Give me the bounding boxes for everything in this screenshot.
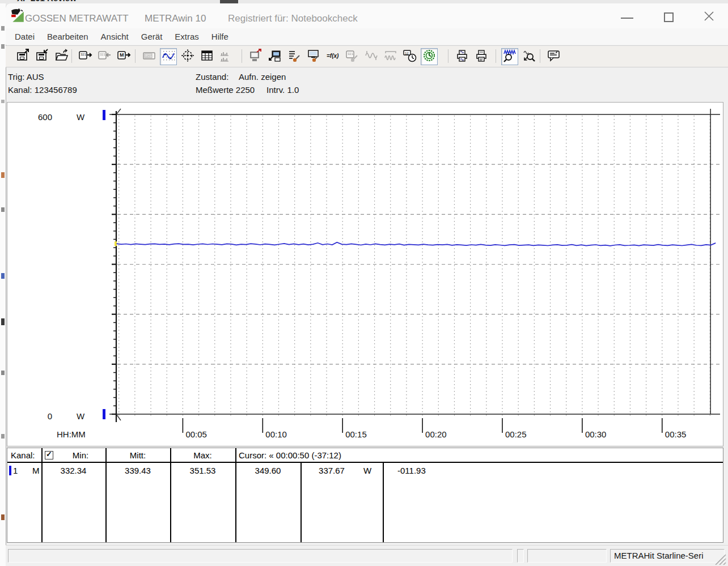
toolbar-button-display-settings[interactable] [305, 48, 322, 65]
svg-text:W: W [77, 112, 85, 122]
toolbar-button-zoom-in[interactable] [501, 48, 518, 65]
toolbar-button-device-settings: 321 [344, 48, 361, 65]
svg-text:321: 321 [100, 53, 106, 56]
toolbar-button-time-settings[interactable]: 12 [401, 48, 418, 65]
menu-bearbeiten[interactable]: Bearbeiten [47, 28, 88, 45]
toolbar-button-zoom-out[interactable] [520, 48, 537, 65]
menu-hilfe[interactable]: Hilfe [211, 28, 228, 45]
toolbar-separator [496, 49, 496, 63]
row-channel: 1 [13, 466, 18, 475]
toolbar-button-device-read[interactable]: 321 [77, 48, 94, 65]
svg-text:M: M [120, 52, 124, 58]
status-panel-device: METRAHit Starline-Seri [610, 549, 725, 563]
channel-visible-checkbox[interactable] [45, 451, 53, 459]
svg-text:00:35: 00:35 [665, 429, 687, 439]
svg-text:00:30: 00:30 [585, 429, 607, 439]
background-sliver-mark [1, 514, 5, 520]
row-unit: W [363, 466, 371, 475]
menu-extras[interactable]: Extras [175, 28, 199, 45]
menu-gerat[interactable]: Gerät [141, 28, 163, 45]
curve-view-icon [162, 49, 175, 65]
annotation-icon [547, 49, 561, 65]
row-cursor2: 337.67 [300, 466, 363, 475]
background-window-sliver [0, 3, 6, 566]
toolbar-button-curve-view[interactable] [160, 48, 177, 65]
toolbar-button-device-receive[interactable] [266, 48, 283, 65]
background-sliver-mark [1, 434, 5, 439]
toolbar-button-table-view[interactable] [198, 48, 215, 65]
menu-bar: DateiBearbeitenAnsichtGerätExtrasHilfe [6, 28, 728, 45]
save-icon [36, 49, 49, 65]
svg-text:12: 12 [405, 52, 409, 55]
svg-text:1257: 1257 [145, 54, 151, 58]
svg-text:600: 600 [38, 112, 52, 122]
background-sliver-mark [1, 44, 5, 49]
svg-text:00:10: 00:10 [265, 429, 287, 439]
toolbar-button-histogram-view [218, 48, 235, 65]
sample-count: Meßwerte 2250 [196, 85, 255, 95]
device-send-icon [249, 49, 263, 65]
svg-text:00:15: 00:15 [345, 429, 367, 439]
device-receive-icon [268, 49, 282, 65]
svg-text:00:20: 00:20 [425, 429, 447, 439]
header-cursor: Cursor: « 00:00:50 (-37:12) [239, 450, 341, 460]
background-sliver-mark [1, 172, 5, 178]
svg-text:321: 321 [348, 52, 354, 56]
toolbar-button-save-export[interactable] [15, 48, 32, 65]
resize-grip-icon[interactable] [714, 554, 727, 565]
background-sliver-mark [1, 273, 5, 279]
toolbar-button-xy-view[interactable] [179, 48, 196, 65]
toolbar-button-open-file[interactable] [53, 48, 70, 65]
row-max: 351.53 [170, 466, 235, 475]
registration-title: Registriert für: Notebookcheck [228, 13, 358, 24]
trigger-status: Trig: AUS [8, 72, 44, 82]
table-header-border [7, 462, 723, 463]
device-read-icon: 321 [79, 49, 92, 65]
state-label: Zustand: [196, 72, 228, 82]
multimeter-display-icon: 1257 [142, 49, 156, 65]
toolbar-button-memory-read[interactable]: M [116, 48, 133, 65]
toolbar-button-function[interactable]: =f(x) [324, 48, 341, 65]
sine-settings-icon [365, 49, 378, 65]
maximize-button[interactable] [664, 12, 674, 22]
close-button[interactable] [704, 11, 714, 21]
header-mitt: Mitt: [105, 450, 170, 460]
menu-ansicht[interactable]: Ansicht [101, 28, 129, 45]
svg-text:00:05: 00:05 [185, 429, 207, 439]
toolbar-button-device-send[interactable] [247, 48, 264, 65]
save-export-icon [16, 49, 30, 65]
svg-text:=f(x): =f(x) [327, 53, 339, 59]
open-file-icon [55, 49, 69, 65]
status-panel [527, 549, 607, 563]
toolbar-button-print[interactable] [473, 48, 490, 65]
background-sliver-mark [1, 318, 5, 325]
toolbar-button-annotation[interactable] [545, 48, 562, 65]
toolbar-separator [135, 49, 136, 63]
device-settings-icon: 321 [345, 49, 359, 65]
toolbar-button-live-record[interactable] [421, 48, 438, 65]
toolbar-button-print-curve[interactable] [454, 48, 471, 65]
live-record-icon [422, 49, 436, 65]
toolbar-button-device-write: 321 [96, 48, 113, 65]
power-chart[interactable]: 00:0500:1000:1500:2000:2500:3000:35HH:MM… [7, 103, 723, 446]
toolbar-separator [540, 49, 540, 63]
memory-read-icon: M [117, 49, 131, 65]
row-mitt: 339.43 [105, 466, 170, 475]
toolbar-separator [242, 49, 242, 63]
menu-datei[interactable]: Datei [15, 28, 35, 45]
toolbar: 321321M1257=f(x)32112 [6, 45, 728, 67]
minimize-button[interactable] [621, 18, 633, 19]
svg-text:0: 0 [48, 411, 52, 421]
app-name-title: METRAwin 10 [145, 13, 206, 24]
background-sliver-mark [1, 100, 5, 103]
toolbar-separator [71, 49, 72, 63]
zoom-out-icon [522, 49, 536, 65]
toolbar-button-save[interactable] [34, 48, 51, 65]
toolbar-button-channel-settings[interactable] [286, 48, 303, 65]
device-write-icon: 321 [98, 49, 112, 65]
state-value: Aufn. zeigen [239, 72, 286, 82]
print-curve-icon [455, 49, 469, 65]
cursor-table: Kanal: Min: Mitt: Max: Cursor: « 00:00:5… [7, 448, 723, 543]
status-panel [8, 549, 513, 563]
row-delta: -011.93 [397, 466, 426, 475]
